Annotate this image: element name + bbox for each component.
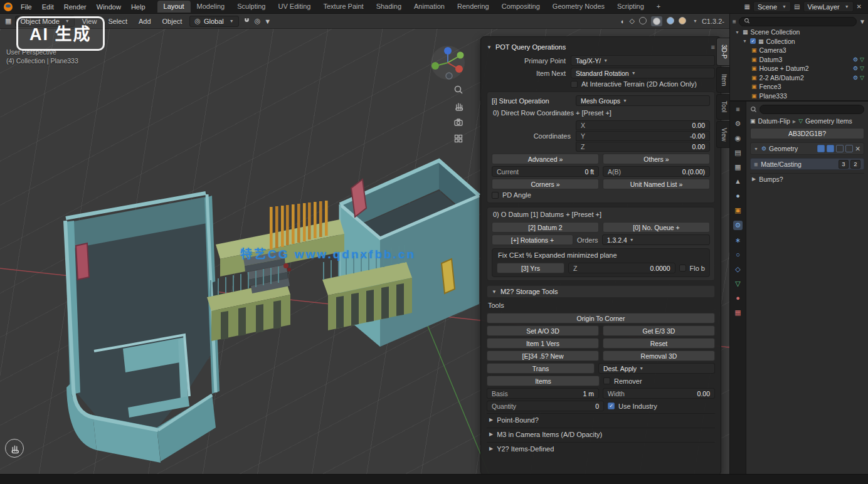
point-bound-section[interactable]: ▶Point-Bound? <box>487 413 715 426</box>
reset-button[interactable]: Reset <box>603 338 715 349</box>
item-vers-button[interactable]: Item 1 Vers <box>487 338 599 349</box>
sidebar-tab-item[interactable]: Item <box>716 67 729 93</box>
panel-menu-icon[interactable]: ≡ <box>711 43 715 51</box>
outliner-row-object[interactable]: ▣ Camera3 <box>733 46 865 55</box>
tab-layout[interactable]: Layout <box>157 1 191 13</box>
app-logo-icon[interactable] <box>4 3 13 11</box>
sidebar-tab-addon[interactable]: 3D-P <box>716 38 729 66</box>
transform-orientation-dropdown[interactable]: ◎ Global▼ <box>189 16 238 27</box>
grid-toggle-icon[interactable] <box>453 133 464 144</box>
width-field[interactable]: Width0.00 <box>603 388 715 399</box>
outliner-row-scene-collection[interactable]: ▼▦ Scene Collection <box>733 28 865 37</box>
texture-tab-icon[interactable]: ▦ <box>734 308 741 317</box>
no-queue-button[interactable]: [0] No. Queue + <box>603 222 710 233</box>
properties-search-input[interactable] <box>760 105 864 114</box>
chevron-down-icon[interactable]: ▼ <box>487 45 492 50</box>
menu-help[interactable]: Help <box>127 2 150 12</box>
shading-rendered-button[interactable] <box>679 17 686 26</box>
coord-y-field[interactable]: Y-0.00 <box>576 131 710 141</box>
set-ao-button[interactable]: Set A/O 3D <box>487 325 599 336</box>
matte-value-2[interactable]: 2 <box>850 160 860 169</box>
pd-angle-checkbox[interactable] <box>492 192 499 199</box>
scene-tab-icon[interactable]: ▲ <box>734 177 741 186</box>
tab-texture-paint[interactable]: Texture Paint <box>317 1 369 13</box>
material-tab-icon[interactable]: ● <box>736 294 740 302</box>
tab-sculpting[interactable]: Sculpting <box>231 1 272 13</box>
modifier-close-icon[interactable]: ✕ <box>855 145 860 152</box>
dest-apply-dropdown[interactable]: Dest. Apply▼ <box>598 363 715 374</box>
view-layer-tab-icon[interactable]: ▦ <box>734 163 741 171</box>
pan-hand-icon[interactable] <box>453 100 464 112</box>
unit-named-list-button[interactable]: Unit Named List » <box>603 179 710 189</box>
3d-viewport[interactable]: User Perspective (4) Collection | Plane3… <box>0 29 729 474</box>
gizmo-y-axis[interactable] <box>431 62 439 70</box>
menu-file[interactable]: File <box>16 2 36 12</box>
tab-modeling[interactable]: Modeling <box>191 1 231 13</box>
render-tab-icon[interactable]: ◉ <box>735 134 741 142</box>
tool-tab-icon[interactable]: ⚙ <box>735 120 741 128</box>
annotation-hand-button[interactable] <box>5 439 24 458</box>
outliner-row-object[interactable]: ▣ Fence3 <box>733 82 865 92</box>
menu-object[interactable]: Object <box>159 16 186 26</box>
gizmo-y-neg-axis[interactable] <box>457 52 464 59</box>
trans-button[interactable]: Trans <box>487 363 595 374</box>
removal-3d-button[interactable]: Removal 3D <box>603 350 715 361</box>
datum-button[interactable]: [2] Datum 2 <box>492 222 599 233</box>
menu-edit[interactable]: Edit <box>38 2 58 12</box>
collection-checkbox[interactable]: ✓ <box>750 38 756 44</box>
new-button[interactable]: [E]34 .5? New <box>487 350 599 361</box>
modifier-cage-toggle-icon[interactable] <box>845 145 853 152</box>
modifier-edit-toggle-icon[interactable] <box>817 145 825 152</box>
storage-tools-header[interactable]: ▼M2? Storage Tools <box>487 285 715 298</box>
quantity-field[interactable]: Quantity0 <box>487 401 604 411</box>
tab-scripting[interactable]: Scripting <box>611 1 650 13</box>
outliner-editor-icon[interactable]: ≡ <box>733 18 736 25</box>
advanced-button[interactable]: Advanced » <box>492 154 599 164</box>
yrs-button[interactable]: [3] Yrs <box>497 263 564 273</box>
view-layer-close-icon[interactable]: ✕ <box>857 3 862 10</box>
left-house-mesh[interactable] <box>65 193 220 463</box>
bumps-section[interactable]: ▶Bumps? <box>750 173 864 184</box>
corners-button[interactable]: Corners » <box>492 179 599 189</box>
breadcrumb-object[interactable]: Datum-Flip <box>758 117 790 125</box>
menu-add[interactable]: Add <box>135 16 155 26</box>
item-next-dropdown[interactable]: Standard Rotation▼ <box>571 68 715 78</box>
outliner-row-object[interactable]: ▣ Datum3 ⚙▽ <box>733 55 865 65</box>
outliner-row-object[interactable]: ▣ House + Datum2 ⚙▽ <box>733 64 865 73</box>
remover-checkbox[interactable] <box>603 377 610 384</box>
others-button[interactable]: Others » <box>603 154 710 164</box>
navigation-gizmo[interactable] <box>430 45 465 80</box>
small-figure-mesh[interactable] <box>283 263 288 268</box>
items-button[interactable]: Items <box>487 376 600 386</box>
menu-window[interactable]: Window <box>92 2 125 12</box>
breadcrumb-data[interactable]: Geometry Items <box>805 117 852 125</box>
gizmo-z-axis[interactable] <box>444 47 452 55</box>
tab-shading[interactable]: Shading <box>370 1 408 13</box>
menu-select[interactable]: Select <box>104 16 131 26</box>
proportional-edit-icon[interactable]: ◎ <box>255 17 261 25</box>
output-tab-icon[interactable]: ▤ <box>734 149 741 157</box>
origin-to-corner-button[interactable]: Origin To Corner <box>487 313 715 324</box>
rotations-button[interactable]: [+] Rotations + <box>492 234 573 245</box>
gizmo-x-axis[interactable] <box>455 65 463 73</box>
sidebar-tab-tool[interactable]: Tool <box>716 94 729 119</box>
interactive-terrain-checkbox[interactable] <box>571 81 578 88</box>
modifier-realtime-toggle-icon[interactable] <box>827 145 834 152</box>
snap-magnet-icon[interactable] <box>243 16 251 26</box>
modifier-render-toggle-icon[interactable] <box>836 145 844 152</box>
primary-point-dropdown[interactable]: Tag/X-Y/▼ <box>571 55 715 66</box>
editor-type-icon[interactable]: ▦ <box>5 17 11 25</box>
modifiers-tab-icon[interactable]: ⚙ <box>733 221 743 230</box>
overlays-icon[interactable]: ◐ <box>621 18 625 25</box>
gizmos-icon[interactable]: ◇ <box>630 17 635 25</box>
gizmo-z-neg-axis[interactable] <box>446 73 452 79</box>
small-figure-mesh[interactable] <box>287 268 291 271</box>
ab-field[interactable]: A(B)0.(0.00) <box>603 166 710 177</box>
menu-render[interactable]: Render <box>60 2 91 12</box>
use-industry-checkbox[interactable]: ✓ <box>608 402 615 409</box>
particles-tab-icon[interactable]: ∗ <box>735 236 741 245</box>
camera-items-section[interactable]: ▶M3 in Camera Items (A/D Opacity) <box>487 428 715 440</box>
world-tab-icon[interactable]: ● <box>736 192 740 200</box>
scene-selector[interactable]: Scene▼ <box>753 1 791 12</box>
orders-dropdown[interactable]: 1.3.2.4▼ <box>602 234 710 245</box>
